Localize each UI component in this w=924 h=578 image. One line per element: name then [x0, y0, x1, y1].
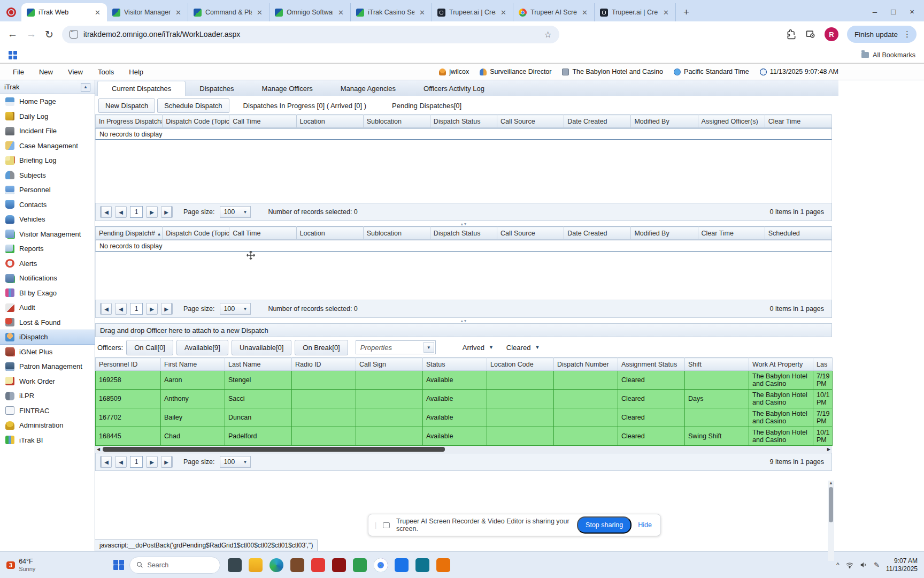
column-header[interactable]: Call Time [229, 227, 296, 240]
browser-tab[interactable]: iTrak Web ✕ [21, 3, 107, 21]
vertical-scrollbar[interactable]: ▲ [828, 481, 834, 561]
first-page-button[interactable]: ◀ [100, 456, 112, 468]
extensions-icon[interactable] [786, 29, 797, 40]
window-maximize-button[interactable]: □ [891, 7, 896, 16]
column-header[interactable]: Location Code [487, 358, 554, 371]
column-header[interactable]: Date Created [564, 227, 631, 240]
finish-update-button[interactable]: Finish update ⋮ [847, 26, 917, 43]
column-header[interactable]: Call Time [229, 115, 296, 128]
scrollbar-thumb[interactable] [829, 487, 833, 522]
column-header[interactable]: Status [423, 358, 487, 371]
site-info-icon[interactable] [70, 30, 78, 39]
officer-filter-button[interactable]: Unavailable[0] [232, 340, 291, 355]
dispatch-tab[interactable]: Officers Activity Log [410, 81, 498, 96]
tab-close-icon[interactable]: ✕ [256, 9, 264, 17]
sidebar-item[interactable]: Patron Management [0, 359, 95, 374]
first-page-button[interactable]: ◀ [100, 303, 112, 315]
column-header[interactable]: Scheduled [765, 227, 831, 240]
current-page-field[interactable]: 1 [130, 456, 143, 468]
taskbar-app-icon[interactable] [415, 558, 429, 572]
sidebar-item[interactable]: Notifications [0, 271, 95, 286]
column-header[interactable]: Modified By [631, 115, 698, 128]
sidebar-item[interactable]: Visitor Management [0, 227, 95, 242]
last-page-button[interactable]: ▶ [161, 206, 173, 218]
cleared-dropdown[interactable]: Cleared▼ [506, 344, 540, 352]
network-icon[interactable] [846, 562, 853, 568]
taskbar-app-icon[interactable] [436, 558, 450, 572]
page-size-select[interactable]: 100▼ [220, 303, 251, 315]
caret-down-icon[interactable]: ▼ [424, 342, 434, 353]
browser-tab[interactable]: Trupeer.ai | Crea ✕ [595, 3, 676, 21]
browser-tab[interactable]: Omnigo Softwar ✕ [270, 3, 351, 21]
arrived-dropdown[interactable]: Arrived▼ [463, 344, 494, 352]
grid-splitter-handle[interactable]: ▴ ▾ [95, 318, 832, 323]
apps-grid-icon[interactable] [9, 51, 17, 59]
dispatch-tab[interactable]: Dispatches [186, 81, 248, 96]
tab-close-icon[interactable]: ✕ [94, 9, 102, 17]
refresh-button[interactable]: ↻ [45, 28, 53, 41]
column-header[interactable]: Las [813, 358, 833, 371]
column-header[interactable]: Modified By [631, 227, 698, 240]
sidebar-item[interactable]: Alerts [0, 256, 95, 271]
next-page-button[interactable]: ▶ [146, 206, 158, 218]
pen-tray-icon[interactable]: ✎ [874, 561, 880, 569]
properties-dropdown[interactable]: Properties ▼ [356, 340, 436, 354]
back-button[interactable]: ← [7, 28, 18, 40]
browser-tab[interactable]: iTrak Casino Sec ✕ [351, 3, 432, 21]
forward-button[interactable]: → [26, 28, 36, 40]
column-header[interactable]: Location [296, 115, 363, 128]
grid-splitter-handle[interactable]: ▴ ▾ [95, 221, 832, 226]
prev-page-button[interactable]: ◀ [115, 456, 127, 468]
sidebar-item[interactable]: Contacts [0, 197, 95, 212]
column-header[interactable]: Shift [685, 358, 749, 371]
tab-close-icon[interactable]: ✕ [174, 9, 182, 17]
column-header[interactable]: Call Sign [356, 358, 423, 371]
taskbar-app-icon[interactable] [353, 558, 367, 572]
dragdrop-target[interactable]: Drag and drop Officer here to attach to … [95, 323, 832, 337]
browser-tab[interactable]: Trupeer AI Scree ✕ [513, 3, 595, 21]
current-page-field[interactable]: 1 [130, 206, 143, 218]
sidebar-item[interactable]: iGNet Plus [0, 345, 95, 360]
tray-chevron-icon[interactable]: ^ [836, 561, 840, 569]
menu-item[interactable]: View [60, 68, 90, 76]
address-bar[interactable]: itrakdemo2.omnigo.one/iTrak/WorkLoader.a… [62, 26, 559, 43]
sidebar-item[interactable]: FINTRAC [0, 404, 95, 419]
menu-item[interactable]: Help [121, 68, 151, 76]
taskbar-app-icon[interactable] [374, 558, 388, 572]
column-header[interactable]: Call Source [497, 115, 564, 128]
last-page-button[interactable]: ▶ [161, 303, 173, 315]
tab-close-icon[interactable]: ✕ [337, 9, 345, 17]
column-header[interactable]: Dispatch Code (Topic) [163, 227, 229, 240]
dispatch-tab[interactable]: Manage Agencies [327, 81, 410, 96]
sidebar-item[interactable]: Reports [0, 241, 95, 256]
officer-row[interactable]: 168509 Anthony Sacci Available Cleared D… [96, 390, 833, 408]
column-header[interactable]: Assignment Status [618, 358, 685, 371]
scroll-left-icon[interactable]: ◀ [95, 447, 102, 452]
officer-row[interactable]: 168445 Chad Padelford Available Cleared … [96, 427, 833, 446]
current-page-field[interactable]: 1 [130, 303, 143, 315]
browser-tab[interactable]: Visitor Managem ✕ [107, 3, 188, 21]
tab-close-icon[interactable]: ✕ [418, 9, 426, 17]
column-header[interactable]: Work At Property [749, 358, 813, 371]
sidebar-item[interactable]: Briefing Log [0, 153, 95, 168]
column-header[interactable]: Sublocation [363, 227, 430, 240]
prev-page-button[interactable]: ◀ [115, 206, 127, 218]
sidebar-item[interactable]: iDispatch [0, 330, 95, 345]
dispatch-tab[interactable]: Manage Officers [248, 81, 327, 96]
page-size-select[interactable]: 100▼ [220, 206, 251, 218]
menu-item[interactable]: New [32, 68, 60, 76]
column-header[interactable]: Radio ID [292, 358, 356, 371]
volume-icon[interactable] [860, 561, 867, 568]
sidebar-item[interactable]: Subjects [0, 168, 95, 183]
sidebar-item[interactable]: Work Order [0, 374, 95, 389]
column-header[interactable]: Dispatch Code (Topic) [163, 115, 229, 128]
column-header[interactable]: Assigned Officer(s) [698, 115, 765, 128]
screen-share-icon[interactable] [805, 29, 816, 40]
column-header[interactable]: Dispatch Number [554, 358, 618, 371]
horizontal-scrollbar[interactable]: ◀ ▶ [95, 446, 832, 453]
bookmark-star-icon[interactable]: ☆ [544, 29, 552, 40]
taskbar-app-icon[interactable] [270, 558, 283, 572]
first-page-button[interactable]: ◀ [100, 206, 112, 218]
taskbar-app-icon[interactable] [332, 558, 346, 572]
sidebar-item[interactable]: iLPR [0, 389, 95, 404]
